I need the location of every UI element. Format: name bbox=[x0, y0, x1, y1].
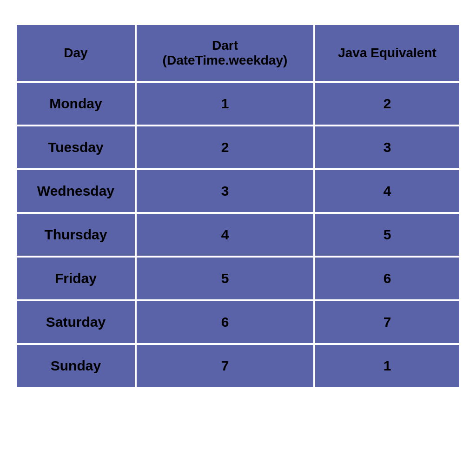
table-row: Wednesday34 bbox=[17, 170, 459, 212]
table-header-row: Day Dart(DateTime.weekday) Java Equivale… bbox=[17, 25, 459, 81]
cell-java: 4 bbox=[315, 170, 459, 212]
cell-dart: 5 bbox=[137, 258, 313, 299]
cell-java: 6 bbox=[315, 258, 459, 299]
cell-dart: 4 bbox=[137, 214, 313, 256]
table-row: Saturday67 bbox=[17, 301, 459, 343]
cell-dart: 7 bbox=[137, 345, 313, 387]
cell-java: 7 bbox=[315, 301, 459, 343]
cell-day: Friday bbox=[17, 258, 135, 299]
cell-dart: 3 bbox=[137, 170, 313, 212]
header-day: Day bbox=[17, 25, 135, 81]
cell-dart: 6 bbox=[137, 301, 313, 343]
table-row: Friday56 bbox=[17, 258, 459, 299]
cell-day: Tuesday bbox=[17, 126, 135, 168]
cell-day: Thursday bbox=[17, 214, 135, 256]
cell-day: Saturday bbox=[17, 301, 135, 343]
cell-day: Wednesday bbox=[17, 170, 135, 212]
cell-dart: 2 bbox=[137, 126, 313, 168]
table-row: Monday12 bbox=[17, 83, 459, 125]
table-row: Sunday71 bbox=[17, 345, 459, 387]
cell-java: 1 bbox=[315, 345, 459, 387]
header-java: Java Equivalent bbox=[315, 25, 459, 81]
table-row: Tuesday23 bbox=[17, 126, 459, 168]
cell-dart: 1 bbox=[137, 83, 313, 125]
cell-day: Sunday bbox=[17, 345, 135, 387]
table-container: Day Dart(DateTime.weekday) Java Equivale… bbox=[15, 23, 461, 389]
table-row: Thursday45 bbox=[17, 214, 459, 256]
cell-java: 2 bbox=[315, 83, 459, 125]
cell-java: 3 bbox=[315, 126, 459, 168]
cell-java: 5 bbox=[315, 214, 459, 256]
cell-day: Monday bbox=[17, 83, 135, 125]
header-dart: Dart(DateTime.weekday) bbox=[137, 25, 313, 81]
weekday-table: Day Dart(DateTime.weekday) Java Equivale… bbox=[15, 23, 461, 389]
